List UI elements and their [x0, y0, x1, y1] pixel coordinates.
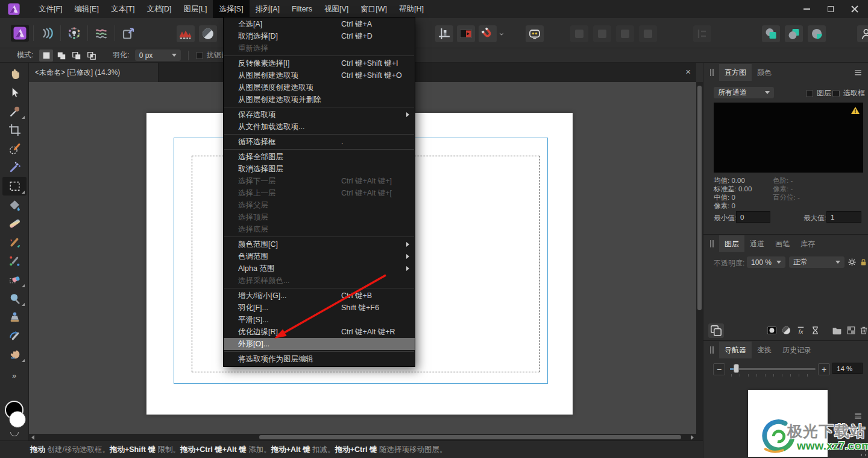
menu-item[interactable]: 选择父层 — [224, 199, 415, 211]
menu-item[interactable]: 选择下一层Ctrl 键+Alt 键+] — [224, 175, 415, 187]
zoom-value-box[interactable]: 14 % — [832, 363, 863, 374]
lock-icon[interactable] — [859, 257, 868, 267]
menubar-item-7[interactable]: 排列[A] — [250, 0, 286, 18]
menu-item[interactable]: 全选[A]Ctrl 键+A — [224, 18, 415, 30]
color-picker-tool[interactable] — [2, 102, 27, 121]
close-button[interactable] — [848, 3, 862, 15]
panel-grip-icon[interactable] — [710, 69, 714, 76]
menu-item[interactable]: 选择底层 — [224, 223, 415, 235]
mode-subtract-button[interactable] — [69, 49, 83, 62]
zoom-slider-track[interactable] — [730, 368, 816, 370]
insert-behind-button[interactable] — [762, 25, 780, 42]
menubar-item-10[interactable]: 窗口[W] — [354, 0, 393, 18]
liquify-persona-button[interactable] — [38, 25, 56, 42]
histogram-tab[interactable]: 直方图 — [719, 64, 752, 81]
zoom-slider-handle[interactable] — [734, 364, 739, 373]
smudge-tool[interactable] — [2, 345, 27, 364]
horizontal-scroll-thumb[interactable] — [259, 435, 681, 439]
menubar-item-2[interactable]: 编辑[E] — [69, 0, 105, 18]
menu-item[interactable]: 从图层创建选取项并删除 — [224, 94, 415, 106]
layers-tab[interactable]: 画笔 — [770, 235, 795, 252]
blend-mode-dropdown[interactable]: 正常 — [789, 256, 844, 268]
navigator-tab[interactable]: 历史记录 — [777, 342, 817, 358]
menubar-item-1[interactable]: 文件[F] — [33, 0, 69, 18]
develop-persona-button[interactable] — [65, 25, 83, 42]
foreground-swatch[interactable] — [9, 411, 26, 428]
scroll-left-icon[interactable] — [31, 435, 34, 440]
menubar-item-5[interactable]: 图层[L] — [177, 0, 213, 18]
swap-swatches-icon[interactable] — [10, 432, 19, 436]
gear-icon[interactable] — [847, 257, 857, 267]
max-input[interactable]: 1 — [826, 211, 861, 223]
panel-grip-icon[interactable] — [710, 346, 714, 354]
bleed-button[interactable] — [457, 25, 475, 42]
view-tool[interactable] — [2, 65, 27, 83]
navigator-tab[interactable]: 变换 — [752, 342, 777, 358]
mode-new-button[interactable] — [39, 49, 53, 62]
menu-item[interactable]: 将选取项作为图层编辑 — [224, 353, 415, 365]
channel-dropdown[interactable]: 所有通道 — [714, 87, 774, 98]
more-tools-button[interactable]: » — [0, 371, 28, 380]
layers-tab[interactable]: 图层 — [719, 235, 744, 252]
panel-grip-icon[interactable] — [710, 240, 714, 247]
menu-item[interactable]: 色调范围 — [224, 250, 415, 262]
menubar-item-3[interactable]: 文本[T] — [105, 0, 141, 18]
clone-tool[interactable] — [2, 308, 27, 326]
flood-select-tool[interactable] — [2, 158, 27, 177]
mask-layer-icon[interactable] — [766, 325, 778, 336]
resize-grip-icon[interactable] — [861, 450, 866, 456]
menu-item[interactable]: 外形[O]... — [224, 338, 415, 350]
min-input[interactable]: 0 — [736, 211, 770, 223]
flood-fill-tool[interactable] — [2, 196, 27, 214]
delete-layer-icon[interactable] — [858, 325, 868, 336]
account-button[interactable] — [857, 25, 868, 42]
feather-dropdown[interactable]: 0 px — [135, 49, 181, 61]
menu-item[interactable]: 羽化[F]...Shift 键+F6 — [224, 302, 415, 314]
photo-persona-button[interactable] — [11, 25, 29, 42]
layer-effects-icon[interactable]: fx — [795, 325, 807, 336]
chevron-down-icon[interactable] — [498, 26, 505, 42]
zoom-in-button[interactable]: + — [818, 363, 830, 375]
menu-item[interactable]: 取消选择[D]Ctrl 键+D — [224, 30, 415, 42]
layers-tab[interactable]: 通道 — [744, 235, 770, 252]
group-layers-icon[interactable] — [831, 325, 843, 336]
menu-item[interactable]: 从文件加载选取项... — [224, 121, 415, 133]
histogram-toggle-button[interactable] — [177, 25, 195, 42]
zoom-out-button[interactable]: − — [713, 363, 725, 375]
menu-item[interactable]: Alpha 范围 — [224, 262, 415, 275]
snapping-button[interactable] — [479, 25, 497, 42]
menu-item[interactable]: 优化边缘[R]...Ctrl 键+Alt 键+R — [224, 326, 415, 338]
warning-icon[interactable] — [851, 106, 860, 115]
menu-item[interactable]: 选择采样颜色... — [224, 275, 415, 287]
histogram-tab[interactable]: 颜色 — [752, 64, 777, 81]
blur-tool[interactable] — [2, 289, 27, 308]
menubar-item-6[interactable]: 选择[S] — [213, 0, 249, 18]
selection-brush-tool[interactable] — [2, 139, 27, 158]
gradient-tool[interactable] — [2, 214, 27, 233]
erase-tool[interactable] — [2, 270, 27, 289]
vertical-scroll-thumb[interactable] — [697, 86, 702, 310]
mode-add-button[interactable] — [54, 49, 68, 62]
menu-item[interactable]: 平滑[S]... — [224, 314, 415, 326]
maximize-button[interactable] — [823, 3, 838, 15]
duplicate-layer-icon[interactable] — [708, 323, 724, 338]
tonemap-persona-button[interactable] — [92, 25, 110, 42]
adjustment-layer-icon[interactable] — [781, 325, 792, 336]
menu-item[interactable]: 增大/缩小[G]...Ctrl 键+B — [224, 290, 415, 302]
marquee-tool[interactable] — [2, 177, 27, 196]
marquee-checkbox[interactable] — [832, 90, 840, 97]
export-persona-button[interactable] — [119, 25, 137, 42]
menu-item[interactable]: 取消选择图层 — [224, 163, 415, 175]
move-tool[interactable] — [2, 83, 27, 102]
scroll-right-icon[interactable] — [691, 435, 694, 440]
menubar-item-8[interactable]: Filters — [286, 0, 318, 18]
insert-inside-button[interactable] — [808, 25, 826, 42]
paint-brush-tool[interactable] — [2, 233, 27, 252]
pixel-tool[interactable] — [2, 252, 27, 270]
mode-intersect-button[interactable] — [84, 49, 98, 62]
layer-checkbox[interactable] — [806, 90, 813, 97]
navigator-tab[interactable]: 导航器 — [719, 342, 752, 358]
menu-item[interactable]: 反转像素选择[I]Ctrl 键+Shift 键+I — [224, 57, 415, 69]
menu-item[interactable]: 选择上一层Ctrl 键+Alt 键+[ — [224, 187, 415, 199]
menu-item[interactable]: 选择顶层 — [224, 211, 415, 223]
